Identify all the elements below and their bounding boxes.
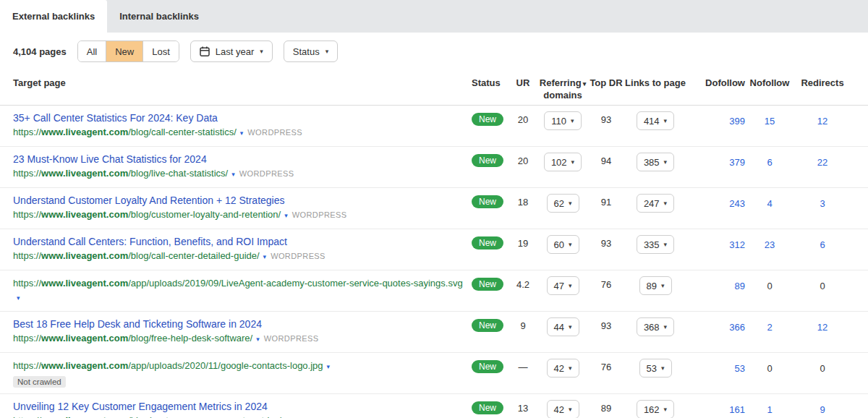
column-header-referring-domains[interactable]: Referring▾ domains <box>537 77 589 101</box>
target-page-url-link[interactable]: https://www.liveagent.com/blog/live-chat… <box>13 168 228 179</box>
dofollow-count-link[interactable]: 243 <box>729 198 745 209</box>
dofollow-cell: 399 <box>687 111 745 127</box>
cms-tag: WORDPRESS <box>264 334 319 343</box>
target-page-title-link[interactable]: Unveiling 12 Key Customer Engagement Met… <box>13 400 463 414</box>
dofollow-count-link[interactable]: 312 <box>729 239 745 250</box>
redirects-count-link[interactable]: 12 <box>817 322 827 333</box>
url-dropdown-caret-icon[interactable]: ▾ <box>17 294 20 302</box>
target-page-url-link[interactable]: https://www.liveagent.com/app/uploads/20… <box>13 278 463 289</box>
links-to-page-dropdown[interactable]: 385 ▾ <box>637 153 674 171</box>
status-badge: New <box>472 236 503 249</box>
redirects-cell: 22 <box>794 153 851 169</box>
top-dr-value: 93 <box>589 235 624 249</box>
column-header-redirects[interactable]: Redirects <box>794 77 851 89</box>
nofollow-count-link[interactable]: 1 <box>767 404 772 415</box>
redirects-count-link[interactable]: 22 <box>817 157 827 168</box>
dofollow-count-link[interactable]: 53 <box>735 363 745 374</box>
column-header-top-dr[interactable]: Top DR <box>589 77 624 89</box>
table-row: Understand Call Centers: Function, Benef… <box>0 229 868 270</box>
status-filter-dropdown[interactable]: Status ▾ <box>284 40 338 62</box>
dofollow-count-link[interactable]: 379 <box>729 157 745 168</box>
column-header-dofollow[interactable]: Dofollow <box>687 77 745 89</box>
links-to-page-dropdown[interactable]: 53 ▾ <box>639 359 672 378</box>
nofollow-count-link[interactable]: 15 <box>765 116 775 127</box>
url-dropdown-caret-icon[interactable]: ▾ <box>231 171 235 178</box>
url-dropdown-caret-icon[interactable]: ▾ <box>284 212 288 219</box>
url-dropdown-caret-icon[interactable]: ▾ <box>263 253 267 260</box>
referring-domains-dropdown[interactable]: 47 ▾ <box>547 276 579 295</box>
target-page-url-link[interactable]: https://www.liveagent.com/blog/call-cent… <box>13 127 237 137</box>
top-dr-value: 93 <box>589 111 624 125</box>
referring-domains-dropdown[interactable]: 62 ▾ <box>547 194 579 213</box>
column-header-nofollow[interactable]: Nofollow <box>745 77 794 89</box>
nofollow-count-link[interactable]: 0 <box>767 363 772 374</box>
caret-down-icon: ▾ <box>569 241 572 248</box>
column-header-links-to-page[interactable]: Links to page <box>624 77 687 89</box>
nofollow-count-link[interactable]: 4 <box>767 198 772 209</box>
referring-domains-dropdown[interactable]: 44 ▾ <box>547 317 579 336</box>
dofollow-count-link[interactable]: 89 <box>735 281 745 291</box>
nofollow-cell: 23 <box>745 235 794 251</box>
target-page-title-link[interactable]: 35+ Call Center Statistics For 2024: Key… <box>13 111 463 125</box>
redirects-count-link[interactable]: 9 <box>820 404 825 415</box>
redirects-count-link[interactable]: 0 <box>820 281 825 291</box>
tab-internal-backlinks[interactable]: Internal backlinks <box>107 0 211 33</box>
url-dropdown-caret-icon[interactable]: ▾ <box>327 363 331 370</box>
top-dr-value: 93 <box>589 317 624 331</box>
caret-down-icon: ▾ <box>664 200 668 207</box>
status-badge: New <box>472 195 503 208</box>
caret-down-icon: ▾ <box>664 117 668 124</box>
target-page-url-link[interactable]: https://www.liveagent.com/blog/customer-… <box>13 415 281 418</box>
referring-domains-dropdown[interactable]: 42 ▾ <box>547 359 579 378</box>
dofollow-count-link[interactable]: 399 <box>729 116 745 127</box>
column-header-ur[interactable]: UR <box>509 77 537 89</box>
column-header-status: Status <box>472 77 509 89</box>
filter-all-button[interactable]: All <box>78 41 106 61</box>
redirects-count-link[interactable]: 12 <box>817 116 827 127</box>
links-to-page-dropdown[interactable]: 368 ▾ <box>637 317 674 336</box>
target-page-title-link[interactable]: Understand Call Centers: Function, Benef… <box>13 235 463 249</box>
nofollow-count-link[interactable]: 0 <box>767 281 772 291</box>
nofollow-count-link[interactable]: 6 <box>767 157 772 168</box>
table-row: 35+ Call Center Statistics For 2024: Key… <box>0 106 868 147</box>
status-badge: New <box>472 113 503 126</box>
status-cell: New <box>472 317 509 332</box>
links-to-page-cell: 385 ▾ <box>624 153 687 171</box>
nofollow-count-link[interactable]: 23 <box>765 239 775 250</box>
dofollow-count-link[interactable]: 366 <box>729 322 745 333</box>
caret-down-icon: ▾ <box>664 241 668 248</box>
filter-lost-button[interactable]: Lost <box>142 41 179 61</box>
links-to-page-dropdown[interactable]: 89 ▾ <box>639 276 672 295</box>
redirects-count-link[interactable]: 0 <box>820 363 825 374</box>
target-page-title-link[interactable]: 23 Must-Know Live Chat Statistics for 20… <box>13 153 463 166</box>
redirects-count-link[interactable]: 6 <box>820 239 825 250</box>
redirects-cell: 12 <box>794 111 851 127</box>
url-dropdown-caret-icon[interactable]: ▾ <box>256 336 260 343</box>
referring-domains-dropdown[interactable]: 110 ▾ <box>544 111 581 130</box>
target-page-title-link[interactable]: Understand Customer Loyalty And Retentio… <box>13 194 463 208</box>
nofollow-count-link[interactable]: 2 <box>767 322 772 333</box>
dofollow-cell: 161 <box>687 400 745 416</box>
links-to-page-dropdown[interactable]: 335 ▾ <box>637 235 674 254</box>
target-page-url-link[interactable]: https://www.liveagent.com/blog/customer-… <box>13 209 281 220</box>
links-to-page-dropdown[interactable]: 247 ▾ <box>637 194 674 213</box>
referring-domains-dropdown[interactable]: 102 ▾ <box>544 153 582 171</box>
links-to-page-cell: 247 ▾ <box>624 194 687 213</box>
target-page-title-link[interactable]: Best 18 Free Help Desk and Ticketing Sof… <box>13 317 463 331</box>
target-page-url-link[interactable]: https://www.liveagent.com/blog/free-help… <box>13 333 252 344</box>
target-page-url-link[interactable]: https://www.liveagent.com/blog/call-cent… <box>13 250 260 261</box>
links-to-page-cell: 89 ▾ <box>624 276 687 295</box>
links-to-page-dropdown[interactable]: 414 ▾ <box>637 111 674 130</box>
dofollow-count-link[interactable]: 161 <box>729 404 745 415</box>
tab-external-backlinks[interactable]: External backlinks <box>0 0 107 33</box>
date-range-dropdown[interactable]: Last year ▾ <box>190 40 273 62</box>
referring-domains-dropdown[interactable]: 42 ▾ <box>547 400 579 418</box>
target-page-url-link[interactable]: https://www.liveagent.com/app/uploads/20… <box>13 360 323 371</box>
redirects-count-link[interactable]: 3 <box>820 198 825 209</box>
links-to-page-dropdown[interactable]: 162 ▾ <box>637 400 674 418</box>
redirects-cell: 9 <box>794 400 851 416</box>
referring-domains-dropdown[interactable]: 60 ▾ <box>547 235 579 254</box>
filter-new-button[interactable]: New <box>106 41 142 61</box>
ur-value: 20 <box>509 153 537 166</box>
url-dropdown-caret-icon[interactable]: ▾ <box>240 129 244 137</box>
